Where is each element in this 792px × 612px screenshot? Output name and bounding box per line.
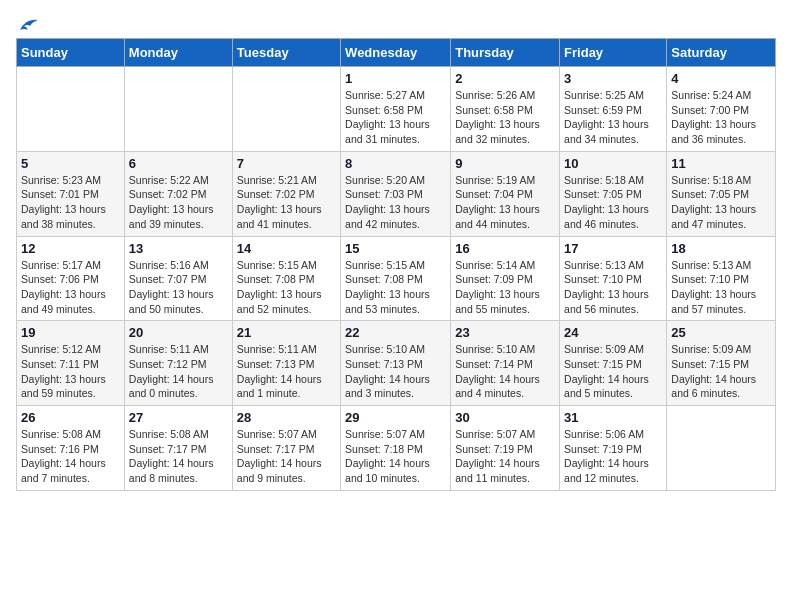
day-number: 10 — [564, 156, 662, 171]
day-cell: 15Sunrise: 5:15 AM Sunset: 7:08 PM Dayli… — [341, 236, 451, 321]
day-info: Sunrise: 5:20 AM Sunset: 7:03 PM Dayligh… — [345, 173, 446, 232]
day-info: Sunrise: 5:26 AM Sunset: 6:58 PM Dayligh… — [455, 88, 555, 147]
weekday-header-monday: Monday — [124, 39, 232, 67]
day-cell: 29Sunrise: 5:07 AM Sunset: 7:18 PM Dayli… — [341, 406, 451, 491]
day-number: 25 — [671, 325, 771, 340]
day-cell: 1Sunrise: 5:27 AM Sunset: 6:58 PM Daylig… — [341, 67, 451, 152]
day-number: 7 — [237, 156, 336, 171]
day-cell: 9Sunrise: 5:19 AM Sunset: 7:04 PM Daylig… — [451, 151, 560, 236]
day-cell: 2Sunrise: 5:26 AM Sunset: 6:58 PM Daylig… — [451, 67, 560, 152]
day-number: 19 — [21, 325, 120, 340]
day-number: 6 — [129, 156, 228, 171]
weekday-header-tuesday: Tuesday — [232, 39, 340, 67]
day-cell: 23Sunrise: 5:10 AM Sunset: 7:14 PM Dayli… — [451, 321, 560, 406]
day-number: 20 — [129, 325, 228, 340]
day-number: 4 — [671, 71, 771, 86]
day-cell — [667, 406, 776, 491]
day-info: Sunrise: 5:24 AM Sunset: 7:00 PM Dayligh… — [671, 88, 771, 147]
day-number: 15 — [345, 241, 446, 256]
weekday-header-saturday: Saturday — [667, 39, 776, 67]
header — [16, 16, 776, 30]
day-number: 16 — [455, 241, 555, 256]
day-info: Sunrise: 5:06 AM Sunset: 7:19 PM Dayligh… — [564, 427, 662, 486]
week-row-2: 5Sunrise: 5:23 AM Sunset: 7:01 PM Daylig… — [17, 151, 776, 236]
day-cell: 8Sunrise: 5:20 AM Sunset: 7:03 PM Daylig… — [341, 151, 451, 236]
day-info: Sunrise: 5:12 AM Sunset: 7:11 PM Dayligh… — [21, 342, 120, 401]
day-number: 11 — [671, 156, 771, 171]
day-info: Sunrise: 5:07 AM Sunset: 7:17 PM Dayligh… — [237, 427, 336, 486]
weekday-header-sunday: Sunday — [17, 39, 125, 67]
day-info: Sunrise: 5:13 AM Sunset: 7:10 PM Dayligh… — [671, 258, 771, 317]
logo-bird-icon — [18, 16, 40, 34]
week-row-3: 12Sunrise: 5:17 AM Sunset: 7:06 PM Dayli… — [17, 236, 776, 321]
day-number: 23 — [455, 325, 555, 340]
day-cell — [17, 67, 125, 152]
day-cell: 7Sunrise: 5:21 AM Sunset: 7:02 PM Daylig… — [232, 151, 340, 236]
day-cell: 16Sunrise: 5:14 AM Sunset: 7:09 PM Dayli… — [451, 236, 560, 321]
weekday-header-row: SundayMondayTuesdayWednesdayThursdayFrid… — [17, 39, 776, 67]
day-cell: 13Sunrise: 5:16 AM Sunset: 7:07 PM Dayli… — [124, 236, 232, 321]
day-number: 31 — [564, 410, 662, 425]
day-number: 8 — [345, 156, 446, 171]
day-info: Sunrise: 5:10 AM Sunset: 7:13 PM Dayligh… — [345, 342, 446, 401]
day-cell: 14Sunrise: 5:15 AM Sunset: 7:08 PM Dayli… — [232, 236, 340, 321]
day-info: Sunrise: 5:15 AM Sunset: 7:08 PM Dayligh… — [237, 258, 336, 317]
weekday-header-thursday: Thursday — [451, 39, 560, 67]
day-cell: 24Sunrise: 5:09 AM Sunset: 7:15 PM Dayli… — [560, 321, 667, 406]
calendar-table: SundayMondayTuesdayWednesdayThursdayFrid… — [16, 38, 776, 491]
day-number: 29 — [345, 410, 446, 425]
day-number: 24 — [564, 325, 662, 340]
day-cell: 25Sunrise: 5:09 AM Sunset: 7:15 PM Dayli… — [667, 321, 776, 406]
day-number: 30 — [455, 410, 555, 425]
day-info: Sunrise: 5:25 AM Sunset: 6:59 PM Dayligh… — [564, 88, 662, 147]
day-cell: 17Sunrise: 5:13 AM Sunset: 7:10 PM Dayli… — [560, 236, 667, 321]
day-cell: 21Sunrise: 5:11 AM Sunset: 7:13 PM Dayli… — [232, 321, 340, 406]
day-info: Sunrise: 5:11 AM Sunset: 7:13 PM Dayligh… — [237, 342, 336, 401]
day-number: 18 — [671, 241, 771, 256]
day-info: Sunrise: 5:07 AM Sunset: 7:18 PM Dayligh… — [345, 427, 446, 486]
day-number: 14 — [237, 241, 336, 256]
weekday-header-wednesday: Wednesday — [341, 39, 451, 67]
day-number: 12 — [21, 241, 120, 256]
day-info: Sunrise: 5:08 AM Sunset: 7:16 PM Dayligh… — [21, 427, 120, 486]
day-cell: 12Sunrise: 5:17 AM Sunset: 7:06 PM Dayli… — [17, 236, 125, 321]
day-info: Sunrise: 5:15 AM Sunset: 7:08 PM Dayligh… — [345, 258, 446, 317]
day-number: 3 — [564, 71, 662, 86]
day-info: Sunrise: 5:09 AM Sunset: 7:15 PM Dayligh… — [671, 342, 771, 401]
day-cell: 18Sunrise: 5:13 AM Sunset: 7:10 PM Dayli… — [667, 236, 776, 321]
day-cell: 30Sunrise: 5:07 AM Sunset: 7:19 PM Dayli… — [451, 406, 560, 491]
day-info: Sunrise: 5:18 AM Sunset: 7:05 PM Dayligh… — [671, 173, 771, 232]
day-info: Sunrise: 5:14 AM Sunset: 7:09 PM Dayligh… — [455, 258, 555, 317]
week-row-4: 19Sunrise: 5:12 AM Sunset: 7:11 PM Dayli… — [17, 321, 776, 406]
weekday-header-friday: Friday — [560, 39, 667, 67]
day-cell: 5Sunrise: 5:23 AM Sunset: 7:01 PM Daylig… — [17, 151, 125, 236]
day-info: Sunrise: 5:07 AM Sunset: 7:19 PM Dayligh… — [455, 427, 555, 486]
page-container: SundayMondayTuesdayWednesdayThursdayFrid… — [16, 16, 776, 491]
day-info: Sunrise: 5:27 AM Sunset: 6:58 PM Dayligh… — [345, 88, 446, 147]
day-cell — [124, 67, 232, 152]
day-info: Sunrise: 5:19 AM Sunset: 7:04 PM Dayligh… — [455, 173, 555, 232]
day-info: Sunrise: 5:16 AM Sunset: 7:07 PM Dayligh… — [129, 258, 228, 317]
day-cell: 11Sunrise: 5:18 AM Sunset: 7:05 PM Dayli… — [667, 151, 776, 236]
day-info: Sunrise: 5:08 AM Sunset: 7:17 PM Dayligh… — [129, 427, 228, 486]
day-cell: 31Sunrise: 5:06 AM Sunset: 7:19 PM Dayli… — [560, 406, 667, 491]
day-info: Sunrise: 5:22 AM Sunset: 7:02 PM Dayligh… — [129, 173, 228, 232]
day-number: 26 — [21, 410, 120, 425]
day-number: 27 — [129, 410, 228, 425]
day-info: Sunrise: 5:11 AM Sunset: 7:12 PM Dayligh… — [129, 342, 228, 401]
day-number: 22 — [345, 325, 446, 340]
day-info: Sunrise: 5:09 AM Sunset: 7:15 PM Dayligh… — [564, 342, 662, 401]
day-info: Sunrise: 5:23 AM Sunset: 7:01 PM Dayligh… — [21, 173, 120, 232]
day-cell: 10Sunrise: 5:18 AM Sunset: 7:05 PM Dayli… — [560, 151, 667, 236]
day-number: 17 — [564, 241, 662, 256]
week-row-5: 26Sunrise: 5:08 AM Sunset: 7:16 PM Dayli… — [17, 406, 776, 491]
day-number: 2 — [455, 71, 555, 86]
day-number: 9 — [455, 156, 555, 171]
day-cell: 19Sunrise: 5:12 AM Sunset: 7:11 PM Dayli… — [17, 321, 125, 406]
day-info: Sunrise: 5:10 AM Sunset: 7:14 PM Dayligh… — [455, 342, 555, 401]
logo — [16, 16, 40, 30]
week-row-1: 1Sunrise: 5:27 AM Sunset: 6:58 PM Daylig… — [17, 67, 776, 152]
day-cell: 26Sunrise: 5:08 AM Sunset: 7:16 PM Dayli… — [17, 406, 125, 491]
day-number: 5 — [21, 156, 120, 171]
day-cell: 6Sunrise: 5:22 AM Sunset: 7:02 PM Daylig… — [124, 151, 232, 236]
